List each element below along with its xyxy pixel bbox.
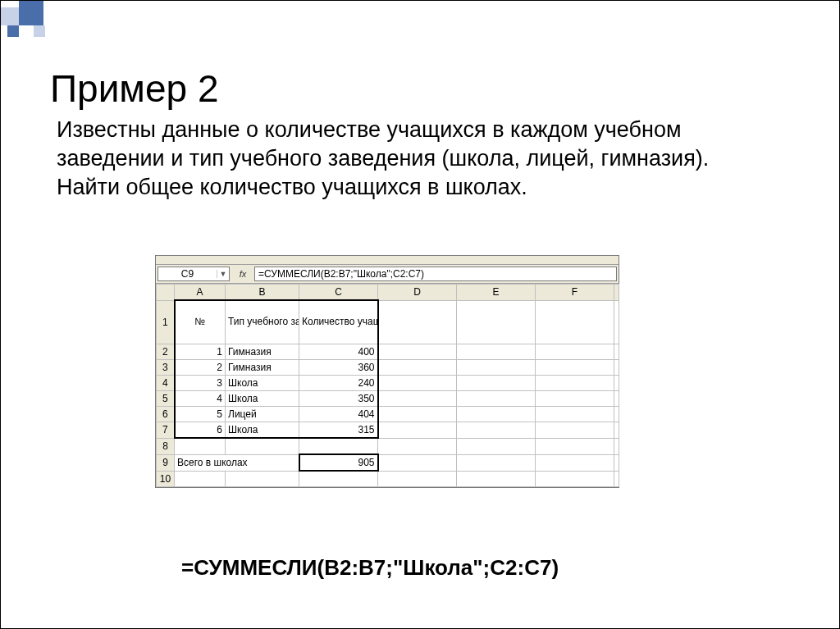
cell[interactable]: 4 [175,391,226,407]
cell[interactable] [378,300,457,344]
cell[interactable]: 315 [299,422,378,439]
cell-partial [614,422,619,439]
row-header[interactable]: 9 [157,454,175,471]
cell-partial [614,438,619,454]
cell[interactable] [536,454,614,471]
table-row: 5 4 Школа 350 [157,391,619,407]
cell[interactable]: № [175,300,226,344]
cell[interactable]: 240 [299,376,378,391]
cell[interactable]: Гимназия [226,344,299,360]
row-header[interactable]: 3 [157,360,175,376]
row-header[interactable]: 5 [157,391,175,407]
table-row: 2 1 Гимназия 400 [157,344,619,360]
cell[interactable] [536,300,614,344]
slide: Пример 2 Известны данные о количестве уч… [0,0,840,629]
cell[interactable] [536,407,614,422]
row-header[interactable]: 6 [157,407,175,422]
cell[interactable]: Тип учебного заведения [226,300,299,344]
cell[interactable] [378,438,457,454]
table-row: 7 6 Школа 315 [157,422,619,439]
excel-toolbar-strip [156,256,619,265]
cell[interactable] [226,471,299,487]
cell[interactable] [457,344,536,360]
cell[interactable]: 400 [299,344,378,360]
row-header[interactable]: 10 [157,471,175,487]
cell[interactable] [536,422,614,439]
cell[interactable]: 5 [175,407,226,422]
col-header-A[interactable]: A [175,285,226,301]
row-header[interactable]: 4 [157,376,175,391]
slide-body-text: Известны данные о количестве учащихся в … [57,116,770,202]
col-header-C[interactable]: C [299,285,378,301]
formula-display-text: =СУММЕСЛИ(B2:B7;"Школа";C2:C7) [181,555,559,581]
slide-title: Пример 2 [50,66,219,111]
cell[interactable] [378,471,457,487]
cell[interactable] [175,471,226,487]
corner-decoration [1,1,50,50]
col-header-B[interactable]: B [226,285,299,301]
cell[interactable] [299,438,378,454]
cell-partial [614,391,619,407]
cell[interactable]: 6 [175,422,226,439]
cell-total-label[interactable]: Всего в школах [175,454,299,471]
cell[interactable]: Школа [226,376,299,391]
cell[interactable] [536,391,614,407]
cell-partial [614,360,619,376]
name-box[interactable]: C9 ▼ [158,267,230,281]
col-header-partial [614,285,619,301]
table-row: 8 [157,438,619,454]
cell[interactable] [457,454,536,471]
col-header-F[interactable]: F [536,285,614,301]
cell[interactable] [378,376,457,391]
cell[interactable]: 350 [299,391,378,407]
cell[interactable] [299,471,378,487]
column-header-row: A B C D E F [157,285,619,301]
cell[interactable] [378,360,457,376]
cell[interactable] [536,344,614,360]
cell[interactable] [457,422,536,439]
cell[interactable] [457,407,536,422]
cell[interactable]: 2 [175,360,226,376]
col-header-E[interactable]: E [457,285,536,301]
cell[interactable] [536,471,614,487]
cell[interactable] [457,391,536,407]
cell[interactable] [378,422,457,439]
cell[interactable] [536,376,614,391]
cell[interactable] [378,407,457,422]
cell[interactable] [175,438,226,454]
cell[interactable] [226,438,299,454]
cell-partial [614,344,619,360]
row-header[interactable]: 7 [157,422,175,439]
cell[interactable] [457,360,536,376]
cell[interactable]: Школа [226,391,299,407]
cell-total-value[interactable]: 905 [299,454,378,471]
row-header[interactable]: 2 [157,344,175,360]
cell[interactable]: 360 [299,360,378,376]
cell[interactable] [457,438,536,454]
cell-partial [614,471,619,487]
cell[interactable]: Школа [226,422,299,439]
select-all-corner[interactable] [157,285,175,301]
fx-button[interactable]: fx [231,265,254,283]
row-header[interactable]: 8 [157,438,175,454]
cell[interactable] [457,471,536,487]
cell[interactable] [457,376,536,391]
cell[interactable]: Лицей [226,407,299,422]
cell[interactable] [457,300,536,344]
spreadsheet-grid[interactable]: A B C D E F 1 № Тип учебного заведения К… [156,284,619,487]
cell[interactable] [536,438,614,454]
cell[interactable] [378,391,457,407]
row-header[interactable]: 1 [157,300,175,344]
cell[interactable]: 1 [175,344,226,360]
table-row: 10 [157,471,619,487]
cell[interactable]: 404 [299,407,378,422]
cell[interactable]: Гимназия [226,360,299,376]
cell[interactable] [536,360,614,376]
cell[interactable] [378,454,457,471]
name-box-dropdown-icon[interactable]: ▼ [217,270,229,278]
formula-bar-input[interactable]: =СУММЕСЛИ(B2:B7;"Школа";C2:C7) [254,267,617,281]
cell[interactable]: 3 [175,376,226,391]
cell[interactable] [378,344,457,360]
cell[interactable]: Количество учащихся [299,300,378,344]
col-header-D[interactable]: D [378,285,457,301]
